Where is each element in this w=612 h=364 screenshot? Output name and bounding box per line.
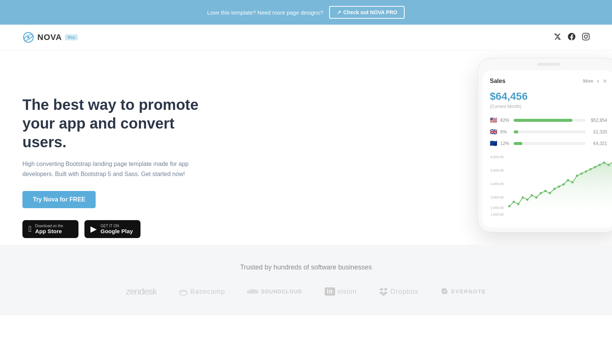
social-icons [554, 33, 590, 42]
nova-pro-button[interactable]: ↗ Check out NOVA PRO [329, 6, 405, 19]
bar-track [514, 130, 585, 133]
card-title: Sales [490, 78, 506, 84]
country-row: 🇪🇺 12% €4,321 [490, 140, 607, 147]
bar-track [514, 142, 585, 145]
country-flag: 🇬🇧 [490, 128, 497, 135]
google-play-small-label: GET IT ON [101, 224, 133, 228]
chart-dot [580, 172, 582, 175]
apple-icon:  [28, 224, 31, 234]
svg-text:5,000.00: 5,000.00 [491, 169, 504, 172]
svg-rect-17 [257, 290, 258, 294]
country-pct: 12% [500, 141, 511, 146]
bar-fill [514, 130, 518, 133]
trusted-title: Trusted by hundreds of software business… [22, 263, 590, 271]
chart-dot [517, 203, 519, 205]
logo-name: NOVA [37, 33, 62, 42]
hero-title: The best way to promote your app and con… [22, 95, 217, 151]
svg-text:6,000.00: 6,000.00 [491, 155, 504, 159]
country-row: 🇬🇧 6% £2,320 [490, 128, 607, 135]
store-buttons:  Download on the App Store ▶ GET IT ON … [22, 220, 217, 238]
chart-dot [544, 190, 547, 192]
try-nova-button[interactable]: Try Nova for FREE [22, 191, 96, 208]
chevron-up-icon: ∧ [596, 78, 600, 84]
chart-dot [567, 179, 569, 181]
country-pct: 6% [500, 129, 511, 135]
svg-text:2,000.00: 2,000.00 [491, 206, 504, 210]
chart-dot [594, 166, 596, 168]
chart-dot [526, 198, 528, 201]
chart-dot [540, 192, 542, 194]
top-banner: Love this template? Need more page desig… [0, 0, 612, 25]
app-store-large-label: App Store [35, 228, 63, 234]
app-store-button[interactable]:  Download on the App Store [22, 220, 78, 238]
bar-fill [514, 142, 522, 145]
bar-track [514, 119, 585, 122]
country-bars: 🇺🇸 82% $52,854 🇬🇧 6% £2,320 🇪🇺 12% €4,32… [490, 117, 607, 147]
external-link-icon: ↗ [337, 9, 341, 15]
svg-text:3,000.00: 3,000.00 [491, 195, 504, 199]
instagram-icon[interactable] [582, 33, 590, 42]
hero-section: The best way to promote your app and con… [0, 50, 612, 245]
chart-dot [590, 168, 592, 170]
logo-badge: Pro [65, 34, 78, 40]
brand-zendesk: zendesk [126, 286, 157, 297]
facebook-icon[interactable] [568, 33, 575, 42]
svg-rect-13 [252, 289, 253, 294]
chart-dot [535, 196, 538, 198]
hero-subtitle: High converting Bootstrap landing page t… [22, 159, 217, 179]
twitter-icon[interactable] [554, 33, 561, 42]
logo[interactable]: NOVA Pro [22, 31, 78, 43]
brand-soundcloud: SOUNDCLOUD [247, 288, 302, 295]
svg-rect-10 [247, 291, 248, 294]
svg-marker-18 [379, 288, 384, 291]
banner-text: Love this template? Need more page desig… [207, 9, 323, 16]
phone-mockup: Sales More ∧ ✕ $64,456 (Current Month) 🇺… [477, 58, 612, 232]
google-play-large-label: Google Play [101, 228, 133, 234]
country-pct: 82% [500, 118, 511, 123]
country-amount: $52,854 [588, 118, 607, 123]
trusted-section: Trusted by hundreds of software business… [0, 245, 612, 315]
chart-dot [549, 192, 551, 194]
svg-rect-11 [249, 290, 250, 293]
svg-point-9 [180, 290, 188, 295]
chart-dot [508, 205, 510, 207]
country-amount: £2,320 [588, 129, 607, 135]
sales-period: (Current Month) [490, 104, 607, 109]
chart-dot [585, 170, 587, 173]
sales-chart: 6,000.00 5,000.00 4,000.00 3,000.00 2,00… [490, 151, 612, 219]
chart-dot [571, 181, 574, 183]
sales-amount: $64,456 [490, 90, 607, 102]
logo-icon [22, 31, 34, 43]
brand-logos: zendesk Basecamp SOUNDCLOUD in vision Dr… [22, 286, 590, 297]
bar-fill [514, 119, 572, 122]
country-flag: 🇪🇺 [490, 140, 497, 147]
country-flag: 🇺🇸 [490, 117, 497, 124]
chart-dot [553, 188, 556, 190]
brand-dropbox: Dropbox [379, 287, 418, 296]
card-header: Sales More ∧ ✕ [490, 78, 607, 84]
google-play-button[interactable]: ▶ GET IT ON Google Play [84, 220, 140, 238]
chart-dot [599, 164, 601, 166]
header: NOVA Pro [0, 25, 612, 50]
svg-rect-16 [256, 290, 257, 294]
chart-dot [576, 175, 578, 177]
card-more[interactable]: More [583, 78, 593, 84]
hero-content: The best way to promote your app and con… [22, 80, 217, 238]
app-store-small-label: Download on the [35, 224, 63, 228]
country-row: 🇺🇸 82% $52,854 [490, 117, 607, 124]
phone-screen: Sales More ∧ ✕ $64,456 (Current Month) 🇺… [482, 70, 612, 228]
brand-basecamp: Basecamp [179, 287, 225, 296]
svg-rect-12 [250, 289, 251, 293]
svg-rect-14 [253, 289, 254, 293]
dashboard-card: Sales More ∧ ✕ $64,456 (Current Month) 🇺… [482, 70, 612, 228]
svg-text:4,000.00: 4,000.00 [491, 182, 504, 186]
chart-dot [531, 194, 533, 197]
chart-dot [522, 196, 524, 198]
chart-dot [562, 183, 565, 186]
chart-dot [608, 164, 610, 166]
google-play-icon: ▶ [90, 224, 97, 234]
chart-dot [603, 161, 605, 164]
close-icon[interactable]: ✕ [603, 78, 607, 84]
brand-invision: in vision [325, 287, 357, 296]
svg-marker-19 [384, 288, 388, 291]
